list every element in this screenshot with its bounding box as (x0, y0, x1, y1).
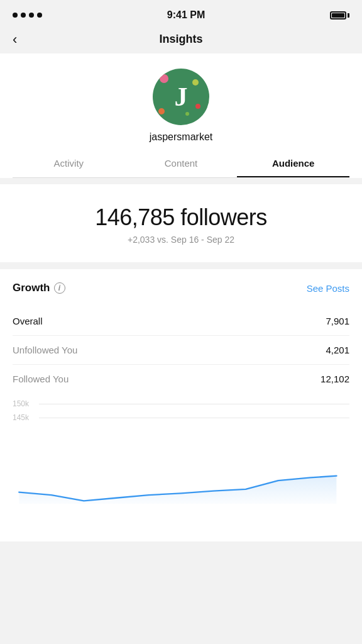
followers-section: 146,785 followers +2,033 vs. Sep 16 - Se… (0, 184, 362, 263)
chart-area: 150k 145k (0, 393, 362, 541)
chart-label-145k: 145k (13, 413, 39, 422)
svg-point-0 (160, 74, 168, 83)
growth-label: Growth (13, 282, 50, 294)
stat-label-unfollowed: Unfollowed You (13, 345, 77, 355)
battery-icon (330, 11, 349, 19)
stat-row-unfollowed: Unfollowed You 4,201 (13, 336, 349, 365)
stat-label-followed: Followed You (13, 374, 69, 384)
signal-dot-4 (37, 13, 42, 18)
stat-label-overall: Overall (13, 316, 43, 326)
tabs: Activity Content Audience (13, 149, 349, 178)
avatar-letter: J (175, 82, 188, 112)
see-posts-button[interactable]: See Posts (307, 283, 349, 294)
chart-svg-wrapper (13, 428, 349, 510)
back-button[interactable]: ‹ (13, 31, 17, 48)
chart-gridline-150k (39, 404, 349, 404)
stat-value-overall: 7,901 (326, 316, 349, 326)
growth-title: Growth i (13, 282, 65, 294)
stat-row-followed: Followed You 12,102 (13, 365, 349, 393)
followers-count: 146,785 followers (13, 204, 349, 231)
battery-fill (332, 13, 344, 18)
battery-tip (348, 13, 349, 18)
stat-row-overall: Overall 7,901 (13, 307, 349, 336)
status-bar: 9:41 PM (0, 0, 362, 28)
header: ‹ Insights (0, 28, 362, 53)
chart-label-150k: 150k (13, 399, 39, 408)
chart-gridline-145k (39, 418, 349, 418)
svg-point-4 (185, 112, 189, 116)
followers-change: +2,033 vs. Sep 16 - Sep 22 (13, 235, 349, 245)
growth-section: Growth i See Posts Overall 7,901 Unfollo… (0, 269, 362, 393)
username: jaspersmarket (150, 131, 212, 143)
svg-point-1 (192, 79, 199, 86)
battery-body (330, 11, 346, 19)
tab-content[interactable]: Content (125, 158, 238, 177)
status-time: 9:41 PM (167, 9, 205, 21)
stat-value-followed: 12,102 (321, 374, 349, 384)
tab-activity[interactable]: Activity (13, 158, 125, 177)
tab-audience[interactable]: Audience (237, 158, 349, 177)
avatar: J (153, 69, 209, 125)
growth-chart (13, 428, 349, 504)
signal-dots (13, 13, 42, 18)
signal-dot-2 (21, 13, 26, 18)
signal-dot-1 (13, 13, 18, 18)
page-title: Insights (159, 33, 202, 46)
profile-section: J jaspersmarket Activity Content Audienc… (0, 53, 362, 178)
svg-point-2 (195, 104, 200, 109)
stat-value-unfollowed: 4,201 (326, 345, 349, 355)
growth-header: Growth i See Posts (13, 282, 349, 294)
info-icon[interactable]: i (54, 282, 65, 294)
signal-dot-3 (29, 13, 34, 18)
svg-point-3 (158, 108, 165, 114)
